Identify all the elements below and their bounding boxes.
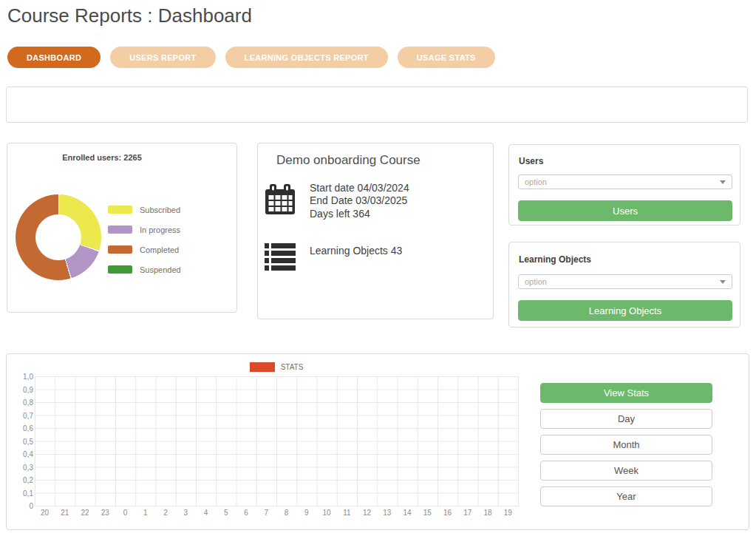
legend-swatch	[108, 245, 132, 254]
stats-buttons: View Stats Day Month Week Year	[540, 383, 712, 512]
week-button[interactable]: Week	[540, 461, 712, 481]
users-select[interactable]: option	[518, 174, 732, 189]
legend-swatch	[108, 225, 132, 234]
x-axis-tick: 10	[317, 509, 337, 517]
y-axis-tick: 0,9	[23, 386, 33, 394]
x-axis-tick: 15	[418, 509, 437, 517]
x-axis-tick: 8	[276, 509, 296, 517]
stats-legend-swatch	[250, 362, 275, 372]
x-axis-tick: 0	[115, 509, 135, 517]
legend-swatch	[108, 206, 132, 214]
legend-label: Suspended	[140, 265, 181, 274]
learning-objects-panel: Learning Objects option Learning Objects	[508, 242, 740, 328]
enrollment-legend: SubscribedIn progressCompletedSuspended	[108, 206, 181, 285]
course-info-panel: Demo onboarding Course Start date 04/03/…	[257, 143, 494, 319]
y-axis-tick: 0,7	[23, 412, 33, 420]
page-title: Course Reports : Dashboard	[7, 4, 252, 27]
legend-item: Subscribed	[108, 206, 181, 214]
stats-plot-area	[35, 376, 519, 506]
y-axis-tick: 0,8	[23, 398, 33, 407]
legend-swatch	[108, 265, 132, 274]
x-axis-tick: 2	[156, 509, 176, 517]
chevron-down-icon	[720, 280, 726, 284]
users-select-placeholder: option	[525, 177, 547, 186]
stats-legend-label: STATS	[281, 363, 304, 371]
legend-label: Completed	[140, 245, 179, 254]
learning-objects-select-placeholder: option	[525, 277, 547, 286]
x-axis-tick: 4	[196, 509, 216, 517]
list-icon	[265, 242, 296, 275]
y-axis-tick: 0	[29, 502, 33, 510]
legend-item: Suspended	[108, 265, 181, 274]
tab-dashboard[interactable]: DASHBOARD	[7, 47, 101, 68]
stats-x-axis: 20212223012345678910111213141516171819	[35, 509, 518, 517]
x-axis-tick: 21	[55, 509, 75, 517]
x-axis-tick: 11	[337, 509, 357, 517]
learning-objects-button[interactable]: Learning Objects	[518, 300, 732, 321]
x-axis-tick: 1	[135, 509, 155, 517]
chevron-down-icon	[720, 180, 726, 184]
x-axis-tick: 9	[296, 509, 316, 517]
legend-item: Completed	[108, 245, 181, 254]
view-stats-button[interactable]: View Stats	[540, 383, 712, 403]
course-learning-objects-count: Learning Objects 43	[310, 245, 402, 257]
learning-objects-select[interactable]: option	[518, 274, 732, 289]
stats-panel: STATS 1,00,90,80,70,60,50,40,30,20,10 20…	[6, 353, 749, 530]
tab-users-report[interactable]: USERS REPORT	[110, 47, 215, 68]
x-axis-tick: 13	[377, 509, 397, 517]
x-axis-tick: 19	[498, 509, 518, 517]
year-button[interactable]: Year	[540, 486, 712, 506]
legend-item: In progress	[108, 225, 181, 234]
y-axis-tick: 0,3	[23, 464, 33, 472]
tab-bar: DASHBOARD USERS REPORT LEARNING OBJECTS …	[7, 47, 495, 68]
tab-learning-objects-report[interactable]: LEARNING OBJECTS REPORT	[225, 47, 388, 68]
x-axis-tick: 3	[176, 509, 196, 517]
x-axis-tick: 23	[95, 509, 115, 517]
empty-notice-bar	[6, 86, 748, 123]
enrollment-chart-title: Enrolled users: 2265	[13, 153, 191, 162]
x-axis-tick: 7	[256, 509, 276, 517]
stats-legend: STATS	[35, 362, 518, 372]
users-button[interactable]: Users	[518, 200, 732, 221]
stats-y-axis: 1,00,90,80,70,60,50,40,30,20,10	[7, 354, 33, 531]
enrollment-panel: Enrolled users: 2265 SubscribedIn progre…	[7, 143, 237, 313]
day-button[interactable]: Day	[540, 409, 712, 429]
x-axis-tick: 22	[75, 509, 95, 517]
course-start-date: Start date 04/03/2024	[310, 182, 409, 194]
y-axis-tick: 0,2	[23, 476, 33, 484]
y-axis-tick: 1,0	[23, 373, 33, 381]
legend-label: In progress	[140, 225, 180, 234]
x-axis-tick: 20	[35, 509, 55, 517]
y-axis-tick: 0,5	[23, 438, 33, 446]
x-axis-tick: 14	[398, 509, 418, 517]
calendar-icon	[265, 184, 296, 218]
x-axis-tick: 16	[437, 509, 457, 517]
course-days-left: Days left 364	[310, 208, 409, 220]
x-axis-tick: 17	[457, 509, 477, 517]
course-end-date: End Date 03/03/2025	[310, 194, 409, 207]
course-title: Demo onboarding Course	[276, 153, 420, 168]
x-axis-tick: 6	[236, 509, 256, 517]
month-button[interactable]: Month	[540, 435, 712, 455]
users-panel: Users option Users	[508, 144, 740, 225]
y-axis-tick: 0,1	[23, 489, 33, 498]
enrollment-donut-chart	[16, 194, 101, 280]
x-axis-tick: 5	[216, 509, 236, 517]
learning-objects-panel-label: Learning Objects	[519, 254, 591, 265]
tab-usage-stats[interactable]: USAGE STATS	[398, 47, 495, 68]
y-axis-tick: 0,4	[23, 450, 33, 458]
legend-label: Subscribed	[140, 206, 180, 214]
x-axis-tick: 12	[357, 509, 377, 517]
y-axis-tick: 0,6	[23, 424, 33, 432]
x-axis-tick: 18	[478, 509, 498, 517]
users-panel-label: Users	[519, 156, 543, 166]
course-dates: Start date 04/03/2024 End Date 03/03/202…	[310, 182, 409, 220]
